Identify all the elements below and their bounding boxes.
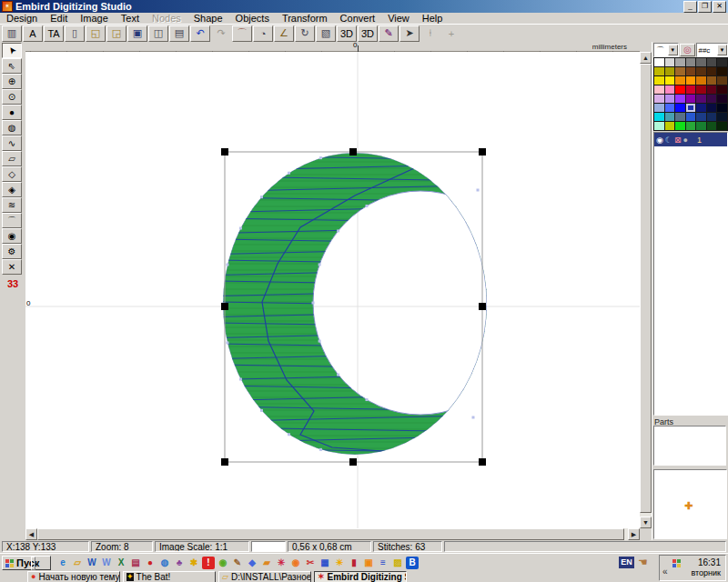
scroll-right-button[interactable]: ▶ [628,528,640,540]
generate-stitches-button[interactable]: ▧ [316,25,336,42]
object-list[interactable]: ◉ ☾ ⊠ ● 1 [653,132,728,416]
ql-folder[interactable]: ▱ [71,557,84,569]
ql-warning[interactable]: ! [202,557,215,569]
color-swatch[interactable] [686,104,696,112]
color-swatch[interactable] [717,95,727,103]
color-swatch[interactable] [654,104,664,112]
zoom-tool[interactable]: ⊕ [2,74,22,89]
gauge-button[interactable]: ◔ [253,25,273,42]
color-swatch[interactable] [654,85,664,94]
color-swatch[interactable] [686,95,696,103]
color-swatch[interactable] [717,122,727,130]
color-swatch[interactable] [654,76,664,85]
color-swatch[interactable] [675,58,685,66]
task-explorer-embird[interactable]: ▱ D:\INSTALL\Разное\Embird [218,571,311,582]
split-tool[interactable]: ✕ [2,259,22,275]
stitch-pattern-dropdown[interactable]: ##c ▼ [696,43,728,57]
color-swatch[interactable] [696,95,706,103]
restore-button[interactable]: ❐ [698,1,712,13]
color-swatch[interactable] [654,113,664,121]
color-swatch[interactable] [675,76,685,85]
color-swatch[interactable] [686,85,696,94]
new-design-button[interactable]: ▯ [65,25,85,42]
color-swatch[interactable] [717,113,727,121]
ql-lines[interactable]: ≡ [377,557,389,569]
color-swatch[interactable] [707,67,717,75]
ql-bluetooth[interactable]: B [406,557,419,569]
view-3d-button[interactable]: 3D [337,25,357,42]
thread-spool-button[interactable]: ◎ [680,44,696,56]
regenerate-button[interactable]: ↻ [295,25,315,42]
color-swatch[interactable] [707,113,717,121]
color-swatch[interactable] [707,104,717,112]
horizontal-scrollbar[interactable]: ◀ ▶ [25,528,640,540]
ql-tag[interactable]: ▰ [260,557,273,569]
color-swatch[interactable] [675,67,685,75]
horizontal-scroll-thumb[interactable] [37,528,624,540]
manual-stitch-tool[interactable]: ◉ [2,228,22,244]
text-transform-button[interactable]: TA [44,25,64,42]
task-forum[interactable]: ● Начать новую тему :: B... [27,571,120,582]
color-swatch[interactable] [696,67,706,75]
paste-button[interactable]: ▤ [169,25,189,42]
close-button[interactable]: ✕ [713,1,726,13]
ql-internet-explorer[interactable]: e [56,557,69,569]
ql-bee[interactable]: ✱ [187,557,200,569]
menu-edit[interactable]: Edit [44,13,74,24]
zigzag-tool[interactable]: ≋ [2,197,22,213]
color-swatch[interactable] [717,104,727,112]
menu-nodes[interactable]: Nodes [146,13,187,24]
edit-nodes-tool[interactable]: ⇖ [2,58,22,74]
color-swatch[interactable] [665,85,675,94]
start-button[interactable]: Пуск [2,556,51,570]
ql-frog[interactable]: ◉ [217,557,229,569]
ql-books[interactable]: ▤ [129,557,142,569]
ql-excel[interactable]: X [115,557,127,569]
lettering-button[interactable]: A [23,25,43,42]
color-swatch[interactable] [665,67,675,75]
parts-list[interactable] [653,426,726,466]
color-swatch[interactable] [686,113,696,121]
connect-up-button[interactable]: ⍿ [420,25,440,42]
ql-diamond[interactable]: ◆ [246,557,258,569]
color-swatch[interactable] [696,76,706,85]
color-swatch[interactable] [665,76,675,85]
column-tool[interactable]: ▱ [2,151,22,166]
color-swatch[interactable] [654,95,664,103]
ql-tree[interactable]: ♣ [173,557,186,569]
scroll-left-button[interactable]: ◀ [25,528,37,540]
vertical-scroll-thumb[interactable] [640,64,652,513]
color-swatch[interactable] [665,104,675,112]
color-swatch[interactable] [686,58,696,66]
connect-cross-button[interactable]: + [441,25,461,42]
ql-word[interactable]: W [86,557,98,569]
scroll-up-button[interactable]: ▲ [640,52,652,64]
taskbar-grip[interactable] [31,557,35,570]
color-swatch[interactable] [707,85,717,94]
color-swatch[interactable] [696,104,706,112]
outline-shape-tool[interactable]: ◇ [2,166,22,182]
color-swatch[interactable] [654,122,664,130]
color-swatch[interactable] [717,67,727,75]
color-swatch[interactable] [707,76,717,85]
undo-button[interactable]: ↶ [190,25,210,42]
redo-button[interactable]: ↷ [211,25,231,42]
color-swatch[interactable] [696,85,706,94]
settings-tool[interactable]: ⚙ [2,244,22,259]
crescent-object[interactable] [217,143,528,455]
measure-button[interactable]: ⌒ [232,25,252,42]
color-swatch[interactable] [696,58,706,66]
color-swatch[interactable] [665,58,675,66]
color-swatch[interactable] [686,67,696,75]
object-list-item[interactable]: ◉ ☾ ⊠ ● 1 [654,133,727,146]
open-design-button[interactable]: ◱ [86,25,106,42]
freehand-lines-tool[interactable]: ∿ [2,135,22,151]
curve-style-dropdown[interactable]: ⌒ ▼ [653,43,679,57]
ql-splash[interactable]: ✳ [275,557,288,569]
color-swatch[interactable] [665,122,675,130]
color-swatch[interactable] [707,122,717,130]
ql-bag[interactable]: ▮ [348,557,360,569]
color-swatch[interactable] [675,122,685,130]
menu-objects[interactable]: Objects [229,13,276,24]
color-swatch[interactable] [654,58,664,66]
